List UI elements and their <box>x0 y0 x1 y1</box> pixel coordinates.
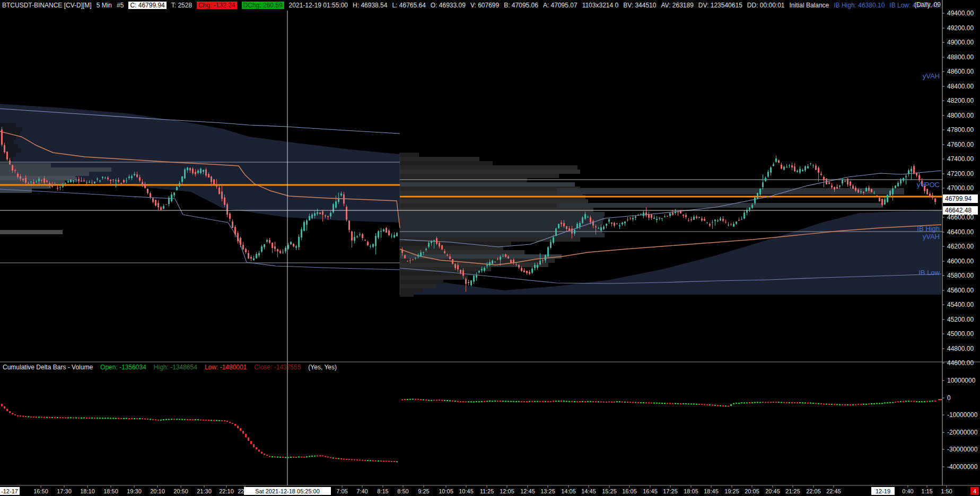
time-tick-label: 16:45 <box>643 488 658 494</box>
delta-axis[interactable]: 100000000-10000000-20000000-30000000-400… <box>942 377 978 471</box>
time-tick-label: 9:25 <box>418 488 429 494</box>
trading-app-window: yVAHyVPOCIB HighyVAHIB Low49400.0049200.… <box>0 0 980 496</box>
bar-number-label: #5 <box>117 2 124 9</box>
bar-datetime-label: 2021-12-19 01:55:00 <box>289 2 348 9</box>
price-tick-label: 47200.00 <box>947 170 974 178</box>
ask-volume-label: AV: 263189 <box>661 2 693 9</box>
time-tick-label: 7:40 <box>356 488 368 494</box>
time-tick-label: 1:50 <box>941 488 952 494</box>
bid-label: B: 47095.06 <box>504 2 538 9</box>
price-axis[interactable]: 49400.0049200.0049000.0048800.0048600.00… <box>942 10 978 367</box>
price-tick-label: 45400.00 <box>947 301 974 308</box>
time-tick-label: 10:45 <box>459 488 474 494</box>
time-tick-label: 21:30 <box>197 488 212 494</box>
time-tick-label: 10:05 <box>439 488 453 494</box>
delta-panel-title-row: Cumulative Delta Bars - Volume Open: -13… <box>3 364 337 371</box>
time-tick-label: 20:50 <box>173 488 188 494</box>
price-tick-label: 48000.00 <box>947 112 974 119</box>
time-tick-label: 18:50 <box>103 488 118 494</box>
price-tick-label: 47800.00 <box>947 126 974 134</box>
overlay-label-yvah: yVAH <box>923 233 940 241</box>
time-box-label: Sat 2021-12-18 05:25:00 <box>255 488 320 494</box>
time-tick-label: 20:05 <box>745 488 759 494</box>
price-tick-label: 45800.00 <box>947 272 974 279</box>
delta-tick-label: 0 <box>947 394 951 402</box>
price-tick-label: 48200.00 <box>947 97 974 104</box>
overlay-label-yvpoc: yVPOC <box>917 181 940 189</box>
overlay-label-ib-low: IB Low <box>918 269 940 277</box>
delta-panel-title: Cumulative Delta Bars - Volume <box>3 364 93 371</box>
delta-open-label: Open: -1356034 <box>100 364 146 371</box>
time-tick-label: 17:25 <box>663 488 678 494</box>
symbol-title: BTCUSDT-BINANCE [CV-D][M] <box>2 2 92 9</box>
delta-high-label: High: -1348654 <box>154 364 197 371</box>
delta-bars-layer[interactable] <box>1 398 942 462</box>
price-tick-label: 48600.00 <box>947 68 974 75</box>
delta-last-value-tick <box>938 399 942 400</box>
delta-tick-label: 10000000 <box>947 377 976 384</box>
delta-low-label: Low: -1480001 <box>205 364 247 371</box>
price-tick-label: 46600.00 <box>947 214 974 221</box>
chart-header-bar: BTCUSDT-BINANCE [CV-D][M] 5 Min #5 C: 46… <box>0 0 980 11</box>
initial-balance-label: Initial Balance <box>790 2 829 9</box>
time-tick-label: 16:05 <box>622 488 637 494</box>
chart-canvas[interactable]: yVAHyVPOCIB HighyVAHIB Low49400.0049200.… <box>0 0 980 496</box>
time-tick-label: 12:45 <box>520 488 535 494</box>
timeframe-label: 5 Min <box>97 2 112 9</box>
open-label: O: 46933.09 <box>431 2 466 9</box>
delta-tick-label: -10000000 <box>947 411 978 419</box>
time-tick-label: 12:05 <box>500 488 514 494</box>
time-tick-label: 13:25 <box>540 488 555 494</box>
time-tick-label: 18:45 <box>704 488 719 494</box>
time-tick-label: 18:05 <box>684 488 698 494</box>
price-tick-label: 46000.00 <box>947 258 974 265</box>
time-tick-label: 19:30 <box>127 488 142 494</box>
price-tick-label: 47400.00 <box>947 155 974 163</box>
time-tick-label: 7:05 <box>336 488 347 494</box>
ib-high-label: IB High: 46380.10 <box>834 2 885 9</box>
time-tick-label: 8:50 <box>397 488 408 494</box>
low-label: L: 46765.64 <box>392 2 425 9</box>
bid-volume-label: BV: 344510 <box>623 2 656 9</box>
bar-duration-label: DD: 00:00:01 <box>747 2 785 9</box>
time-tick-label: 17:30 <box>57 488 72 494</box>
trades-label: T: 2528 <box>171 2 192 9</box>
price-tick-label: 48400.00 <box>947 83 974 90</box>
high-label: H: 46938.54 <box>353 2 387 9</box>
alert-badge-count: 4 <box>973 488 976 494</box>
ask-label: A: 47095.07 <box>543 2 578 9</box>
price-tick-label: 49400.00 <box>947 10 974 17</box>
time-tick-label: 15:25 <box>602 488 617 494</box>
daily-volume-label: DV: 123540615 <box>698 2 742 9</box>
price-tick-label: 46200.00 <box>947 243 974 250</box>
crosshair-price-box-value: 46642.48 <box>945 207 972 214</box>
last-price-box-value: 46799.94 <box>945 195 972 202</box>
price-tick-label: 49200.00 <box>947 24 974 32</box>
daily-change-badge: DChg: 260.59 <box>242 2 284 9</box>
delta-settings-label: (Yes, Yes) <box>308 364 337 371</box>
volume-label: V: 607699 <box>470 2 499 9</box>
overlay-label-yvah: yVAH <box>923 72 940 80</box>
time-tick-label: 1:15 <box>921 488 932 494</box>
price-tick-label: 45200.00 <box>947 316 974 323</box>
time-tick-label: 11:25 <box>480 488 494 494</box>
time-box-label: 12-19 <box>876 488 890 494</box>
delta-close-label: Close: -1437555 <box>254 364 301 371</box>
time-tick-label: 19:25 <box>724 488 739 494</box>
price-tick-label: 47000.00 <box>947 184 974 192</box>
time-tick-label: 20:10 <box>150 488 165 494</box>
change-badge: Chg: -132.24 <box>197 2 237 9</box>
price-tick-label: 48800.00 <box>947 54 974 61</box>
time-tick-label: 14:45 <box>581 488 596 494</box>
close-price-badge: C: 46799.94 <box>128 2 166 9</box>
time-tick-label: 16:50 <box>33 488 48 494</box>
time-tick-label: 22:45 <box>826 488 841 494</box>
time-tick-label: 8:15 <box>377 488 388 494</box>
study-partial-label: (Daily, 09 <box>914 1 941 8</box>
delta-tick-label: -20000000 <box>947 429 978 436</box>
time-axis[interactable]: -12-1716:5017:3018:1018:5019:3020:1020:5… <box>0 485 979 495</box>
time-tick-label: 14:05 <box>561 488 576 494</box>
price-tick-label: 45600.00 <box>947 287 974 294</box>
price-tick-label: 46400.00 <box>947 228 974 236</box>
price-tick-label: 47600.00 <box>947 141 974 148</box>
